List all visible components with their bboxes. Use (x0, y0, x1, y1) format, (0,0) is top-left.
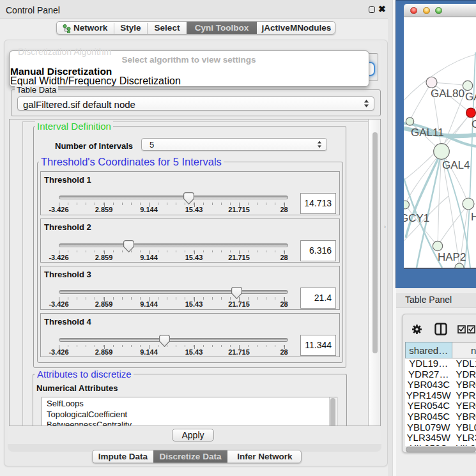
svg-text:HAP2: HAP2 (438, 251, 466, 263)
svg-text:C: C (472, 118, 476, 130)
svg-text:GAL4: GAL4 (442, 159, 470, 171)
svg-text:H: H (471, 211, 476, 223)
svg-text:GCY1: GCY1 (404, 212, 429, 224)
svg-text:GA: GA (465, 91, 476, 103)
svg-text:GAL80: GAL80 (431, 88, 464, 100)
svg-text:GAL11: GAL11 (411, 127, 444, 139)
